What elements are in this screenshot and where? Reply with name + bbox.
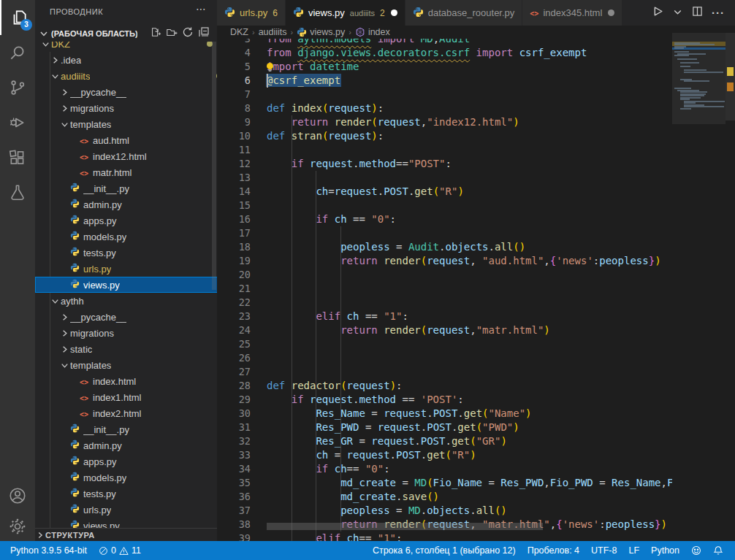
code-line-35[interactable]: 35 md_create = MD(Fio_Name = Res_PWD,Fio… [217, 476, 672, 490]
tree-item-apps-py[interactable]: apps.py [35, 212, 217, 229]
tree-item--idea[interactable]: .idea [35, 52, 217, 68]
activity-account-button[interactable] [0, 478, 35, 513]
tree-item-models-py[interactable]: models.py [35, 229, 217, 245]
code-line-4[interactable]: 4from django.views.decorators.csrf impor… [217, 46, 672, 60]
breadcrumb-item-views-py[interactable]: views.py [297, 27, 345, 37]
code-line-13[interactable]: 13 [217, 171, 672, 185]
tree-item-audiiits[interactable]: audiiits [35, 68, 217, 84]
tree-item-migrations[interactable]: migrations [35, 325, 217, 341]
tree-item-index12-html[interactable]: <>index12.html [35, 148, 217, 164]
code-line-3[interactable]: 3from aythh.models import MD,Audit [217, 39, 672, 46]
code-line-29[interactable]: 29 if request.method == 'POST': [217, 393, 672, 407]
status-problems[interactable]: 011 [93, 541, 147, 560]
tab-index345-html[interactable]: <>index345.html [522, 0, 622, 26]
tree-item-static[interactable]: static [35, 341, 217, 357]
breadcrumb-item-DKZ[interactable]: DKZ [230, 27, 248, 37]
code-line-9[interactable]: 9 return render(request,"index12.html") [217, 115, 672, 129]
code-line-25[interactable]: 25 [217, 337, 672, 351]
code-line-17[interactable]: 17 [217, 226, 672, 240]
breadcrumb-item-index[interactable]: index [355, 27, 390, 37]
new-folder-button[interactable] [166, 26, 178, 41]
vertical-scrollbar[interactable] [726, 33, 735, 120]
tree-item-urls-py[interactable]: urls.py [35, 502, 217, 518]
activity-extensions-button[interactable] [0, 140, 35, 175]
code-line-5[interactable]: 5import datetime [217, 60, 672, 74]
status-notifications[interactable] [707, 541, 729, 560]
tree-item--init-py[interactable]: __init__.py [35, 421, 217, 437]
code-line-20[interactable]: 20 [217, 268, 672, 282]
code-line-14[interactable]: 14 ch=request.POST.get("R") [217, 185, 672, 199]
split-editor-button[interactable] [692, 6, 703, 20]
refresh-button[interactable] [182, 26, 194, 41]
status-language-mode[interactable]: Python [645, 541, 685, 560]
tree-item-templates[interactable]: templates [35, 357, 217, 373]
sidebar-more-actions-icon[interactable]: ⋯ [196, 3, 207, 15]
sidebar-scrollbar[interactable] [212, 42, 216, 290]
tree-item-aud-html[interactable]: <>aud.html [35, 132, 217, 148]
tree-item-admin-py[interactable]: admin.py [35, 196, 217, 212]
code-line-21[interactable]: 21 [217, 282, 672, 296]
horizontal-scrollbar[interactable] [267, 523, 543, 530]
tree-item-index2-html[interactable]: <>index2.html [35, 405, 217, 421]
code-line-28[interactable]: 28def redactor(request): [217, 379, 672, 393]
code-line-27[interactable]: 27 [217, 365, 672, 379]
tab-urls-py[interactable]: urls.py6 [217, 0, 286, 26]
code-line-36[interactable]: 36 md_create.save() [217, 490, 672, 504]
tree-item-templates[interactable]: templates [35, 116, 217, 132]
tree-item-matr-html[interactable]: <>matr.html [35, 164, 217, 180]
code-line-7[interactable]: 7 [217, 88, 672, 101]
tree-item-views-py[interactable]: views.py [35, 518, 217, 528]
code-line-11[interactable]: 11 [217, 143, 672, 157]
code-line-26[interactable]: 26 [217, 351, 672, 365]
outline-section-header[interactable]: СТРУКТУРА [35, 528, 217, 541]
minimap-slider[interactable] [672, 33, 726, 124]
code-line-12[interactable]: 12 if request.method=="POST": [217, 157, 672, 171]
code-line-33[interactable]: 33 ch = request.POST.get("R") [217, 448, 672, 462]
new-file-button[interactable] [150, 26, 161, 41]
dirty-indicator-icon[interactable] [391, 9, 397, 16]
activity-settings-button[interactable] [0, 509, 35, 544]
dirty-indicator-icon[interactable] [608, 9, 614, 16]
code-line-32[interactable]: 32 Res_GR = request.POST.get("GR") [217, 434, 672, 448]
code-line-15[interactable]: 15 [217, 199, 672, 212]
code-line-31[interactable]: 31 Res_PWD = request.POST.get("PWD") [217, 421, 672, 434]
code-line-6[interactable]: 6@csrf_exempt [217, 74, 672, 88]
activity-testing-button[interactable] [0, 175, 35, 210]
tree-item-index1-html[interactable]: <>index1.html [35, 389, 217, 405]
activity-explorer-button[interactable]: 3 [0, 0, 37, 35]
code-line-18[interactable]: 18 peopless = Audit.objects.all() [217, 240, 672, 254]
code-line-39[interactable]: 39 elif ch== "1": [217, 532, 672, 541]
lightbulb-icon[interactable] [265, 62, 275, 75]
status-encoding[interactable]: UTF-8 [585, 541, 622, 560]
tree-item--pycache-[interactable]: __pycache__ [35, 84, 217, 100]
tab-database-roouter-py[interactable]: database_roouter.py [405, 0, 523, 26]
status-eol[interactable]: LF [622, 541, 645, 560]
code-line-16[interactable]: 16 if ch == "0": [217, 212, 672, 226]
tree-item--pycache-[interactable]: __pycache__ [35, 309, 217, 325]
workspace-section-header[interactable]: (РАБОЧАЯ ОБЛАСТЬ) ... [35, 26, 217, 42]
tree-item-aythh[interactable]: aythh [35, 293, 217, 309]
code-line-37[interactable]: 37 peopless = MD.objects.all() [217, 504, 672, 518]
tree-item-urls-py[interactable]: urls.py6 [35, 261, 217, 277]
status-cursor-position[interactable]: Строка 6, столбец 1 (выбрано 12) [367, 541, 522, 560]
tree-item-migrations[interactable]: migrations [35, 100, 217, 116]
activity-search-button[interactable] [0, 35, 35, 70]
code-line-10[interactable]: 10def stran(request): [217, 129, 672, 143]
status-python-interpreter[interactable]: Python 3.9.5 64-bit [4, 541, 93, 560]
status-indentation[interactable]: Пробелов: 4 [522, 541, 585, 560]
tree-item-DKZ[interactable]: DKZ [35, 42, 217, 52]
code-line-22[interactable]: 22 [217, 296, 672, 310]
minimap[interactable] [672, 26, 726, 541]
code-editor[interactable]: 3from aythh.models import MD,Audit4from … [217, 39, 672, 541]
tab-views-py[interactable]: views.pyaudiiits2 [286, 0, 405, 26]
tree-item-admin-py[interactable]: admin.py [35, 437, 217, 453]
tree-item-tests-py[interactable]: tests.py [35, 486, 217, 502]
tree-item-models-py[interactable]: models.py [35, 469, 217, 486]
tree-item-tests-py[interactable]: tests.py [35, 245, 217, 261]
activity-source-control-button[interactable] [0, 70, 35, 105]
code-line-24[interactable]: 24 return render(request,"matr.html") [217, 323, 672, 337]
run-button[interactable] [651, 5, 663, 20]
code-line-8[interactable]: 8def index(request): [217, 101, 672, 115]
tree-item-apps-py[interactable]: apps.py [35, 453, 217, 469]
status-feedback[interactable] [685, 541, 707, 560]
